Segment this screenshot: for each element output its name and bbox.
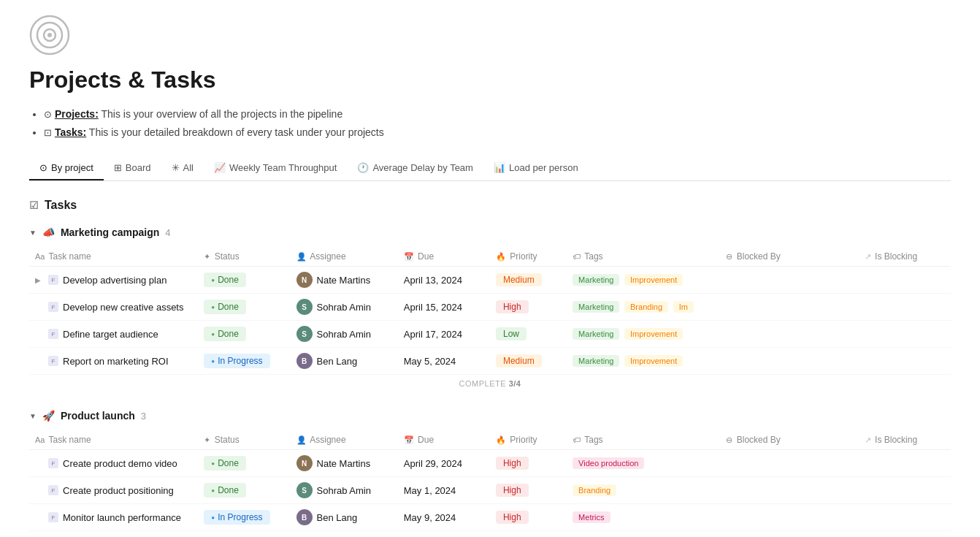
group-product-name: Product launch: [61, 410, 135, 422]
tab-by-project[interactable]: ⊙ By project: [29, 156, 104, 180]
status-cell: Done: [198, 321, 290, 348]
task-icon: F: [48, 275, 58, 285]
status-badge[interactable]: Done: [204, 456, 246, 471]
priority-badge[interactable]: Medium: [496, 273, 542, 286]
tasks-section-header: ☑ Tasks: [29, 199, 951, 212]
task-icon: F: [48, 302, 58, 312]
logo-container: [29, 15, 951, 66]
tag-badge[interactable]: Marketing: [573, 301, 619, 313]
complete-row: COMPLETE 3/4: [29, 375, 951, 393]
assignee-cell: N Nate Martins: [291, 450, 398, 477]
priority-badge[interactable]: Medium: [496, 354, 542, 367]
status-badge[interactable]: In Progress: [204, 354, 269, 368]
expand-btn[interactable]: ▶: [35, 276, 44, 284]
tab-avg-delay[interactable]: 🕐 Average Delay by Team: [347, 156, 483, 180]
due-cell: May 5, 2024: [398, 348, 490, 375]
status-badge[interactable]: In Progress: [204, 510, 269, 525]
projects-icon: ⊙: [44, 109, 52, 120]
task-name[interactable]: Monitor launch performance: [63, 512, 181, 523]
task-name-cell: F Develop new creative assets: [29, 294, 198, 321]
task-icon: F: [48, 512, 58, 522]
status-cell: Done: [198, 267, 290, 294]
tag-badge[interactable]: Im: [673, 301, 694, 313]
priority-cell: Medium: [490, 267, 567, 294]
priority-cell: High: [490, 450, 567, 477]
tag-badge[interactable]: Improvement: [624, 328, 683, 340]
priority-cell: High: [490, 294, 567, 321]
priority-badge[interactable]: High: [496, 511, 529, 524]
projects-link[interactable]: Projects:: [55, 108, 99, 120]
tab-load-per-person[interactable]: 📊 Load per person: [483, 156, 589, 180]
status-badge[interactable]: Done: [204, 327, 246, 341]
tags-cell: Marketing Improvement: [567, 321, 720, 348]
isblocking-cell: [859, 477, 951, 504]
task-name[interactable]: Report on marketing ROI: [63, 356, 169, 367]
th-tags-marketing: 🏷 Tags: [567, 247, 720, 267]
tab-weekly-throughput[interactable]: 📈 Weekly Team Throughput: [204, 156, 347, 180]
task-icon: F: [48, 458, 58, 468]
status-badge[interactable]: Done: [204, 273, 246, 287]
task-name[interactable]: Create product positioning: [63, 485, 174, 496]
table-row: F Create product demo video Done N Nate …: [29, 450, 951, 477]
table-row: F Monitor launch performance In Progress…: [29, 504, 951, 531]
status-cell: Done: [198, 450, 290, 477]
product-table: Aa Task name ✦ Status 👤 Assignee 📅 Due 🔥…: [29, 430, 951, 531]
tag-badge[interactable]: Metrics: [573, 511, 610, 523]
page-title: Projects & Tasks: [29, 66, 951, 94]
group-marketing-name: Marketing campaign: [61, 226, 159, 238]
priority-badge[interactable]: High: [496, 300, 529, 313]
group-product-count: 3: [141, 411, 146, 422]
task-name[interactable]: Define target audience: [63, 329, 158, 340]
task-name-cell: F Monitor launch performance: [29, 504, 198, 531]
priority-badge[interactable]: High: [496, 484, 529, 497]
th-status-marketing: ✦ Status: [198, 247, 290, 267]
blocked-cell: [720, 321, 858, 348]
tags-cell: Marketing Improvement: [567, 348, 720, 375]
avatar: N: [296, 272, 313, 288]
table-row: F Create product positioning Done S Sohr…: [29, 477, 951, 504]
tag-badge[interactable]: Marketing: [573, 355, 619, 367]
priority-badge[interactable]: Low: [496, 327, 527, 340]
assignee-cell: S Sohrab Amin: [291, 294, 398, 321]
avatar: S: [296, 299, 313, 315]
assignee-name: Ben Lang: [317, 512, 358, 523]
group-toggle-marketing[interactable]: ▼: [29, 229, 37, 237]
assignee-cell: S Sohrab Amin: [291, 321, 398, 348]
tag-badge[interactable]: Improvement: [624, 355, 683, 367]
th-isblocking-product: ↗ Is Blocking: [859, 430, 951, 450]
tag-badge[interactable]: Improvement: [624, 274, 683, 286]
blocked-cell: [720, 267, 858, 294]
task-name[interactable]: Develop new creative assets: [63, 302, 183, 313]
tag-badge[interactable]: Branding: [624, 301, 668, 313]
task-name[interactable]: Create product demo video: [63, 458, 177, 469]
due-cell: April 15, 2024: [398, 294, 490, 321]
tag-badge[interactable]: Marketing: [573, 328, 619, 340]
th-taskname-product: Aa Task name: [29, 430, 198, 450]
assignee-cell: B Ben Lang: [291, 504, 398, 531]
complete-text: COMPLETE 3/4: [29, 375, 951, 393]
task-icon: F: [48, 329, 58, 339]
status-badge[interactable]: Done: [204, 300, 246, 314]
status-badge[interactable]: Done: [204, 483, 246, 498]
tag-badge[interactable]: Video production: [573, 457, 644, 469]
avatar: S: [296, 326, 313, 342]
tag-badge[interactable]: Marketing: [573, 274, 619, 286]
priority-badge[interactable]: High: [496, 457, 529, 470]
load-icon: 📊: [494, 162, 505, 173]
group-toggle-product[interactable]: ▼: [29, 412, 37, 420]
product-header-row: Aa Task name ✦ Status 👤 Assignee 📅 Due 🔥…: [29, 430, 951, 450]
assignee-name: Sohrab Amin: [317, 329, 371, 340]
tag-badge[interactable]: Branding: [573, 484, 616, 496]
due-cell: May 1, 2024: [398, 477, 490, 504]
marketing-header-row: Aa Task name ✦ Status 👤 Assignee 📅 Due 🔥…: [29, 247, 951, 267]
table-row: ▶ F Develop advertising plan Done N Nate…: [29, 267, 951, 294]
table-row: F Report on marketing ROI In Progress B …: [29, 348, 951, 375]
tab-board[interactable]: ⊞ Board: [104, 156, 161, 180]
isblocking-cell: [859, 450, 951, 477]
th-isblocking-marketing: ↗ Is Blocking: [859, 247, 951, 267]
task-name[interactable]: Develop advertising plan: [63, 275, 166, 286]
tasks-link[interactable]: Tasks:: [55, 126, 86, 138]
tab-all[interactable]: ✳ All: [161, 156, 204, 180]
priority-cell: High: [490, 477, 567, 504]
group-product-icon: 🚀: [42, 410, 55, 422]
